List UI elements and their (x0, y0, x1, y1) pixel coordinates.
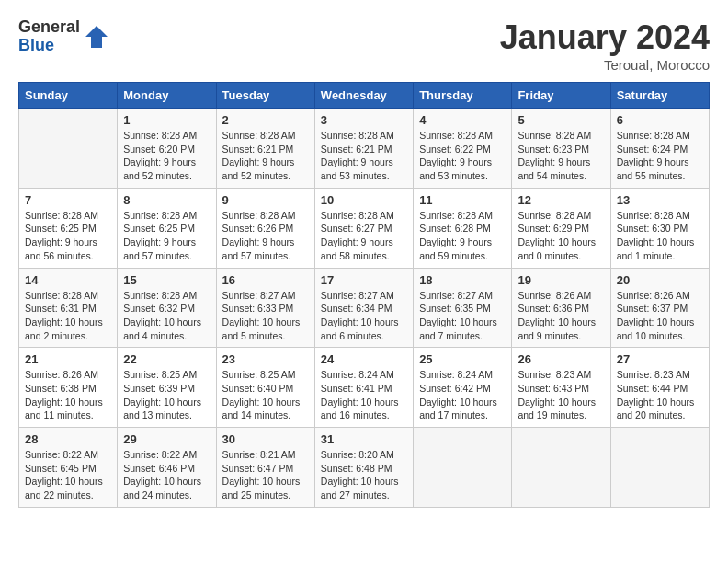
day-number: 22 (123, 352, 210, 366)
day-number: 1 (123, 113, 210, 127)
day-number: 5 (518, 113, 604, 127)
calendar-cell: 4Sunrise: 8:28 AMSunset: 6:22 PMDaylight… (414, 109, 512, 189)
day-info: Sunrise: 8:26 AMSunset: 6:36 PMDaylight:… (518, 289, 604, 343)
day-info: Sunrise: 8:28 AMSunset: 6:29 PMDaylight:… (518, 209, 604, 263)
day-info: Sunrise: 8:28 AMSunset: 6:20 PMDaylight:… (123, 129, 210, 183)
header-day-sunday: Sunday (19, 83, 118, 109)
calendar-cell: 5Sunrise: 8:28 AMSunset: 6:23 PMDaylight… (512, 109, 610, 189)
calendar-cell: 12Sunrise: 8:28 AMSunset: 6:29 PMDayligh… (512, 188, 610, 268)
day-number: 23 (222, 352, 309, 366)
calendar-cell: 3Sunrise: 8:28 AMSunset: 6:21 PMDaylight… (314, 109, 413, 189)
week-row-2: 14Sunrise: 8:28 AMSunset: 6:31 PMDayligh… (19, 268, 710, 348)
header-day-thursday: Thursday (414, 83, 512, 109)
day-info: Sunrise: 8:28 AMSunset: 6:26 PMDaylight:… (222, 209, 309, 263)
day-number: 10 (321, 193, 407, 207)
calendar-cell (512, 428, 610, 508)
day-info: Sunrise: 8:24 AMSunset: 6:42 PMDaylight:… (419, 368, 506, 422)
logo-blue: Blue (18, 37, 80, 55)
day-number: 21 (25, 352, 111, 366)
calendar-table: SundayMondayTuesdayWednesdayThursdayFrid… (18, 82, 710, 508)
calendar-cell: 22Sunrise: 8:25 AMSunset: 6:39 PMDayligh… (118, 348, 216, 428)
calendar-cell: 28Sunrise: 8:22 AMSunset: 6:45 PMDayligh… (19, 428, 118, 508)
day-info: Sunrise: 8:22 AMSunset: 6:46 PMDaylight:… (123, 448, 210, 502)
calendar-cell: 26Sunrise: 8:23 AMSunset: 6:43 PMDayligh… (512, 348, 610, 428)
header-day-monday: Monday (118, 83, 216, 109)
day-info: Sunrise: 8:28 AMSunset: 6:21 PMDaylight:… (321, 129, 407, 183)
calendar-cell: 18Sunrise: 8:27 AMSunset: 6:35 PMDayligh… (414, 268, 512, 348)
calendar-cell: 21Sunrise: 8:26 AMSunset: 6:38 PMDayligh… (19, 348, 118, 428)
calendar-cell: 20Sunrise: 8:26 AMSunset: 6:37 PMDayligh… (610, 268, 709, 348)
day-info: Sunrise: 8:28 AMSunset: 6:23 PMDaylight:… (518, 129, 604, 183)
day-number: 28 (25, 432, 111, 446)
header-day-friday: Friday (512, 83, 610, 109)
calendar-cell: 17Sunrise: 8:27 AMSunset: 6:34 PMDayligh… (314, 268, 413, 348)
logo: General Blue (18, 18, 109, 55)
calendar-cell: 14Sunrise: 8:28 AMSunset: 6:31 PMDayligh… (19, 268, 118, 348)
day-number: 24 (321, 352, 407, 366)
day-number: 16 (222, 273, 309, 287)
calendar-cell: 11Sunrise: 8:28 AMSunset: 6:28 PMDayligh… (414, 188, 512, 268)
day-number: 15 (123, 273, 210, 287)
calendar-body: 1Sunrise: 8:28 AMSunset: 6:20 PMDaylight… (19, 109, 710, 508)
day-info: Sunrise: 8:26 AMSunset: 6:38 PMDaylight:… (25, 368, 111, 422)
week-row-3: 21Sunrise: 8:26 AMSunset: 6:38 PMDayligh… (19, 348, 710, 428)
location: Teroual, Morocco (500, 57, 710, 73)
day-number: 13 (617, 193, 703, 207)
week-row-1: 7Sunrise: 8:28 AMSunset: 6:25 PMDaylight… (19, 188, 710, 268)
calendar-header-row: SundayMondayTuesdayWednesdayThursdayFrid… (19, 83, 710, 109)
week-row-4: 28Sunrise: 8:22 AMSunset: 6:45 PMDayligh… (19, 428, 710, 508)
day-info: Sunrise: 8:23 AMSunset: 6:43 PMDaylight:… (518, 368, 604, 422)
day-number: 17 (321, 273, 407, 287)
logo-icon (84, 24, 109, 50)
page-header: General Blue January 2024 Teroual, Moroc… (18, 18, 710, 73)
day-info: Sunrise: 8:28 AMSunset: 6:27 PMDaylight:… (321, 209, 407, 263)
calendar-cell: 23Sunrise: 8:25 AMSunset: 6:40 PMDayligh… (216, 348, 314, 428)
day-number: 14 (25, 273, 111, 287)
calendar-cell: 1Sunrise: 8:28 AMSunset: 6:20 PMDaylight… (118, 109, 216, 189)
day-number: 12 (518, 193, 604, 207)
day-number: 4 (419, 113, 506, 127)
day-info: Sunrise: 8:28 AMSunset: 6:25 PMDaylight:… (123, 209, 210, 263)
day-info: Sunrise: 8:27 AMSunset: 6:35 PMDaylight:… (419, 289, 506, 343)
day-info: Sunrise: 8:28 AMSunset: 6:28 PMDaylight:… (419, 209, 506, 263)
day-number: 29 (123, 432, 210, 446)
day-number: 20 (617, 273, 703, 287)
day-info: Sunrise: 8:27 AMSunset: 6:34 PMDaylight:… (321, 289, 407, 343)
calendar-cell: 7Sunrise: 8:28 AMSunset: 6:25 PMDaylight… (19, 188, 118, 268)
day-number: 6 (617, 113, 703, 127)
day-number: 3 (321, 113, 407, 127)
day-info: Sunrise: 8:21 AMSunset: 6:47 PMDaylight:… (222, 448, 309, 502)
calendar-cell: 8Sunrise: 8:28 AMSunset: 6:25 PMDaylight… (118, 188, 216, 268)
calendar-cell: 16Sunrise: 8:27 AMSunset: 6:33 PMDayligh… (216, 268, 314, 348)
month-title: January 2024 (500, 18, 710, 57)
day-number: 25 (419, 352, 506, 366)
calendar-cell (610, 428, 709, 508)
calendar-cell: 6Sunrise: 8:28 AMSunset: 6:24 PMDaylight… (610, 109, 709, 189)
day-info: Sunrise: 8:20 AMSunset: 6:48 PMDaylight:… (321, 448, 407, 502)
calendar-cell: 2Sunrise: 8:28 AMSunset: 6:21 PMDaylight… (216, 109, 314, 189)
day-number: 30 (222, 432, 309, 446)
day-info: Sunrise: 8:28 AMSunset: 6:24 PMDaylight:… (617, 129, 703, 183)
day-info: Sunrise: 8:28 AMSunset: 6:32 PMDaylight:… (123, 289, 210, 343)
calendar-cell: 30Sunrise: 8:21 AMSunset: 6:47 PMDayligh… (216, 428, 314, 508)
calendar-cell (414, 428, 512, 508)
calendar-cell (19, 109, 118, 189)
calendar-cell: 31Sunrise: 8:20 AMSunset: 6:48 PMDayligh… (314, 428, 413, 508)
day-info: Sunrise: 8:28 AMSunset: 6:31 PMDaylight:… (25, 289, 111, 343)
calendar-cell: 10Sunrise: 8:28 AMSunset: 6:27 PMDayligh… (314, 188, 413, 268)
week-row-0: 1Sunrise: 8:28 AMSunset: 6:20 PMDaylight… (19, 109, 710, 189)
day-info: Sunrise: 8:25 AMSunset: 6:39 PMDaylight:… (123, 368, 210, 422)
day-info: Sunrise: 8:22 AMSunset: 6:45 PMDaylight:… (25, 448, 111, 502)
day-info: Sunrise: 8:23 AMSunset: 6:44 PMDaylight:… (617, 368, 703, 422)
day-number: 7 (25, 193, 111, 207)
day-info: Sunrise: 8:28 AMSunset: 6:25 PMDaylight:… (25, 209, 111, 263)
calendar-cell: 25Sunrise: 8:24 AMSunset: 6:42 PMDayligh… (414, 348, 512, 428)
day-info: Sunrise: 8:28 AMSunset: 6:22 PMDaylight:… (419, 129, 506, 183)
day-info: Sunrise: 8:28 AMSunset: 6:30 PMDaylight:… (617, 209, 703, 263)
day-number: 9 (222, 193, 309, 207)
calendar-cell: 24Sunrise: 8:24 AMSunset: 6:41 PMDayligh… (314, 348, 413, 428)
day-info: Sunrise: 8:27 AMSunset: 6:33 PMDaylight:… (222, 289, 309, 343)
calendar-cell: 19Sunrise: 8:26 AMSunset: 6:36 PMDayligh… (512, 268, 610, 348)
day-number: 19 (518, 273, 604, 287)
day-info: Sunrise: 8:26 AMSunset: 6:37 PMDaylight:… (617, 289, 703, 343)
